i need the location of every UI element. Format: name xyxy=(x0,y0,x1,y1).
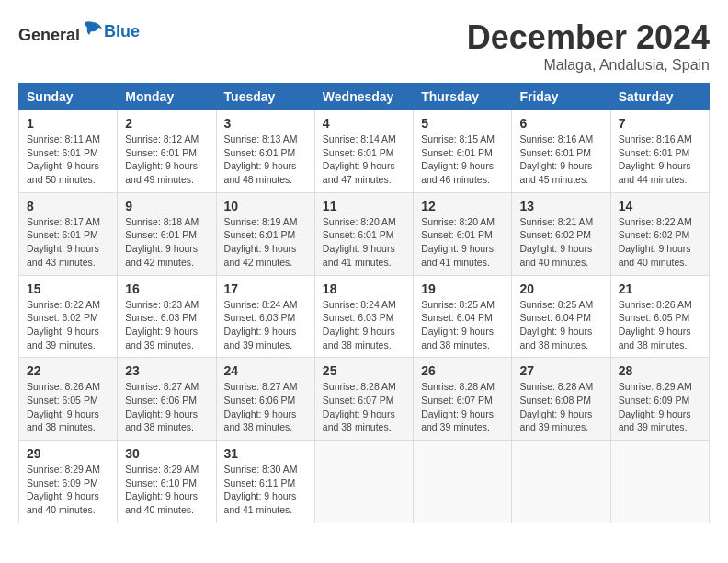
day-info: Sunrise: 8:16 AMSunset: 6:01 PMDaylight:… xyxy=(519,132,602,187)
day-number: 22 xyxy=(27,363,109,378)
calendar-cell: 8Sunrise: 8:17 AMSunset: 6:01 PMDaylight… xyxy=(19,192,118,275)
day-info: Sunrise: 8:28 AMSunset: 6:07 PMDaylight:… xyxy=(421,380,504,434)
day-info: Sunrise: 8:28 AMSunset: 6:07 PMDaylight:… xyxy=(323,380,405,434)
day-number: 18 xyxy=(323,282,405,296)
day-of-week-header: Sunday xyxy=(19,84,118,110)
day-info: Sunrise: 8:29 AMSunset: 6:09 PMDaylight:… xyxy=(619,380,701,434)
calendar-cell: 17Sunrise: 8:24 AMSunset: 6:03 PMDayligh… xyxy=(216,275,314,358)
calendar-cell: 11Sunrise: 8:20 AMSunset: 6:01 PMDayligh… xyxy=(314,192,413,275)
day-info: Sunrise: 8:25 AMSunset: 6:04 PMDaylight:… xyxy=(421,298,504,352)
day-number: 21 xyxy=(619,282,701,296)
day-number: 24 xyxy=(224,363,307,378)
day-info: Sunrise: 8:27 AMSunset: 6:06 PMDaylight:… xyxy=(224,380,307,434)
day-number: 17 xyxy=(224,282,307,296)
location-title: Malaga, Andalusia, Spain xyxy=(467,57,710,74)
day-number: 1 xyxy=(27,116,109,131)
day-info: Sunrise: 8:22 AMSunset: 6:02 PMDaylight:… xyxy=(619,215,701,270)
day-info: Sunrise: 8:15 AMSunset: 6:01 PMDaylight:… xyxy=(421,132,504,187)
day-info: Sunrise: 8:28 AMSunset: 6:08 PMDaylight:… xyxy=(519,380,602,434)
logo: General Blue xyxy=(18,18,140,45)
day-number: 28 xyxy=(619,363,701,378)
day-info: Sunrise: 8:19 AMSunset: 6:01 PMDaylight:… xyxy=(224,215,307,270)
day-number: 4 xyxy=(323,116,405,131)
title-area: December 2024 Malaga, Andalusia, Spain xyxy=(467,18,710,74)
calendar-cell: 19Sunrise: 8:25 AMSunset: 6:04 PMDayligh… xyxy=(414,275,512,358)
calendar-cell: 12Sunrise: 8:20 AMSunset: 6:01 PMDayligh… xyxy=(414,192,512,275)
day-number: 7 xyxy=(619,116,701,131)
day-info: Sunrise: 8:24 AMSunset: 6:03 PMDaylight:… xyxy=(323,298,405,352)
day-info: Sunrise: 8:13 AMSunset: 6:01 PMDaylight:… xyxy=(224,132,307,187)
day-info: Sunrise: 8:12 AMSunset: 6:01 PMDaylight:… xyxy=(125,132,208,187)
calendar-cell: 29Sunrise: 8:29 AMSunset: 6:09 PMDayligh… xyxy=(19,441,118,523)
day-info: Sunrise: 8:18 AMSunset: 6:01 PMDaylight:… xyxy=(125,215,208,270)
day-number: 20 xyxy=(519,282,602,296)
calendar-cell xyxy=(414,441,512,523)
day-of-week-header: Wednesday xyxy=(314,84,413,110)
calendar-week-row: 8Sunrise: 8:17 AMSunset: 6:01 PMDaylight… xyxy=(19,192,710,275)
logo-text-blue: Blue xyxy=(104,22,140,41)
calendar-cell: 30Sunrise: 8:29 AMSunset: 6:10 PMDayligh… xyxy=(118,441,216,523)
day-info: Sunrise: 8:25 AMSunset: 6:04 PMDaylight:… xyxy=(519,298,602,352)
calendar-cell: 22Sunrise: 8:26 AMSunset: 6:05 PMDayligh… xyxy=(19,358,118,441)
day-info: Sunrise: 8:30 AMSunset: 6:11 PMDaylight:… xyxy=(224,463,307,517)
calendar-cell: 2Sunrise: 8:12 AMSunset: 6:01 PMDaylight… xyxy=(118,110,216,193)
calendar-cell: 25Sunrise: 8:28 AMSunset: 6:07 PMDayligh… xyxy=(314,358,413,441)
calendar-cell: 5Sunrise: 8:15 AMSunset: 6:01 PMDaylight… xyxy=(414,110,512,193)
calendar-week-row: 15Sunrise: 8:22 AMSunset: 6:02 PMDayligh… xyxy=(19,275,710,358)
day-number: 30 xyxy=(125,446,208,461)
calendar-cell: 10Sunrise: 8:19 AMSunset: 6:01 PMDayligh… xyxy=(216,192,314,275)
day-of-week-header: Saturday xyxy=(610,84,709,110)
day-number: 19 xyxy=(421,282,504,296)
day-number: 23 xyxy=(125,363,208,378)
logo-text-general: General xyxy=(18,26,80,44)
day-number: 10 xyxy=(224,199,307,213)
day-info: Sunrise: 8:26 AMSunset: 6:05 PMDaylight:… xyxy=(619,298,701,352)
calendar-cell: 6Sunrise: 8:16 AMSunset: 6:01 PMDaylight… xyxy=(512,110,610,193)
calendar-cell: 27Sunrise: 8:28 AMSunset: 6:08 PMDayligh… xyxy=(512,358,610,441)
day-number: 14 xyxy=(619,199,701,213)
day-number: 16 xyxy=(125,282,208,296)
day-of-week-header: Monday xyxy=(118,84,216,110)
day-info: Sunrise: 8:22 AMSunset: 6:02 PMDaylight:… xyxy=(27,298,109,352)
calendar-cell: 21Sunrise: 8:26 AMSunset: 6:05 PMDayligh… xyxy=(610,275,709,358)
calendar-cell: 15Sunrise: 8:22 AMSunset: 6:02 PMDayligh… xyxy=(19,275,118,358)
day-number: 9 xyxy=(125,199,208,213)
day-number: 8 xyxy=(27,199,109,213)
calendar-week-row: 1Sunrise: 8:11 AMSunset: 6:01 PMDaylight… xyxy=(19,110,710,193)
calendar-cell: 9Sunrise: 8:18 AMSunset: 6:01 PMDaylight… xyxy=(118,192,216,275)
day-of-week-header: Thursday xyxy=(414,84,512,110)
day-number: 27 xyxy=(519,363,602,378)
day-info: Sunrise: 8:20 AMSunset: 6:01 PMDaylight:… xyxy=(421,215,504,270)
calendar-cell: 23Sunrise: 8:27 AMSunset: 6:06 PMDayligh… xyxy=(118,358,216,441)
day-number: 2 xyxy=(125,116,208,131)
day-info: Sunrise: 8:16 AMSunset: 6:01 PMDaylight:… xyxy=(619,132,701,187)
day-number: 11 xyxy=(323,199,405,213)
logo-bird-icon xyxy=(82,18,104,40)
calendar-cell: 24Sunrise: 8:27 AMSunset: 6:06 PMDayligh… xyxy=(216,358,314,441)
calendar-cell: 3Sunrise: 8:13 AMSunset: 6:01 PMDaylight… xyxy=(216,110,314,193)
day-number: 25 xyxy=(323,363,405,378)
day-info: Sunrise: 8:20 AMSunset: 6:01 PMDaylight:… xyxy=(323,215,405,270)
calendar-cell xyxy=(314,441,413,523)
day-info: Sunrise: 8:11 AMSunset: 6:01 PMDaylight:… xyxy=(27,132,109,187)
calendar-week-row: 22Sunrise: 8:26 AMSunset: 6:05 PMDayligh… xyxy=(19,358,710,441)
day-number: 13 xyxy=(519,199,602,213)
calendar-cell xyxy=(610,441,709,523)
day-number: 5 xyxy=(421,116,504,131)
calendar-cell xyxy=(512,441,610,523)
calendar-week-row: 29Sunrise: 8:29 AMSunset: 6:09 PMDayligh… xyxy=(19,441,710,523)
day-number: 31 xyxy=(224,446,307,461)
day-info: Sunrise: 8:29 AMSunset: 6:09 PMDaylight:… xyxy=(27,463,109,517)
day-info: Sunrise: 8:26 AMSunset: 6:05 PMDaylight:… xyxy=(27,380,109,434)
calendar: SundayMondayTuesdayWednesdayThursdayFrid… xyxy=(18,83,710,523)
calendar-cell: 18Sunrise: 8:24 AMSunset: 6:03 PMDayligh… xyxy=(314,275,413,358)
day-of-week-header: Tuesday xyxy=(216,84,314,110)
calendar-cell: 1Sunrise: 8:11 AMSunset: 6:01 PMDaylight… xyxy=(19,110,118,193)
day-number: 26 xyxy=(421,363,504,378)
day-info: Sunrise: 8:21 AMSunset: 6:02 PMDaylight:… xyxy=(519,215,602,270)
calendar-cell: 26Sunrise: 8:28 AMSunset: 6:07 PMDayligh… xyxy=(414,358,512,441)
day-of-week-header: Friday xyxy=(512,84,610,110)
day-info: Sunrise: 8:17 AMSunset: 6:01 PMDaylight:… xyxy=(27,215,109,270)
header: General Blue December 2024 Malaga, Andal… xyxy=(18,18,710,74)
calendar-cell: 13Sunrise: 8:21 AMSunset: 6:02 PMDayligh… xyxy=(512,192,610,275)
